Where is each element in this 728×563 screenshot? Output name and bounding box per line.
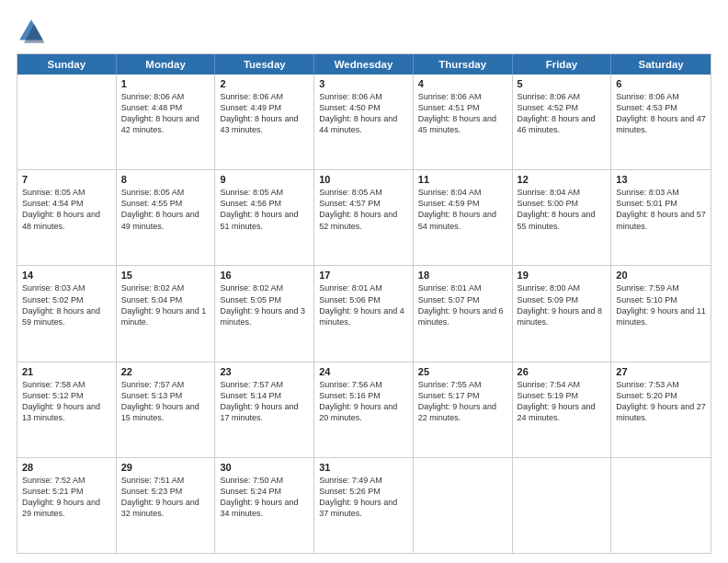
day-number: 11 xyxy=(418,174,507,185)
cell-details: Sunrise: 7:58 AM Sunset: 5:12 PM Dayligh… xyxy=(22,379,111,424)
calendar-row-3: 21Sunrise: 7:58 AM Sunset: 5:12 PM Dayli… xyxy=(17,362,711,458)
cell-details: Sunrise: 8:05 AM Sunset: 4:54 PM Dayligh… xyxy=(22,187,111,232)
header-day-thursday: Thursday xyxy=(414,54,513,75)
cell-details: Sunrise: 8:02 AM Sunset: 5:04 PM Dayligh… xyxy=(121,282,210,327)
cell-details: Sunrise: 7:54 AM Sunset: 5:19 PM Dayligh… xyxy=(518,379,607,424)
calendar-row-2: 14Sunrise: 8:03 AM Sunset: 5:02 PM Dayli… xyxy=(17,266,711,362)
cell-details: Sunrise: 8:00 AM Sunset: 5:09 PM Dayligh… xyxy=(518,282,607,327)
cell-details: Sunrise: 7:57 AM Sunset: 5:13 PM Dayligh… xyxy=(121,379,210,424)
calendar-body: 1Sunrise: 8:06 AM Sunset: 4:48 PM Daylig… xyxy=(17,75,711,553)
cal-cell-21: 21Sunrise: 7:58 AM Sunset: 5:12 PM Dayli… xyxy=(17,362,117,457)
day-number: 7 xyxy=(22,174,111,185)
day-number: 1 xyxy=(121,78,210,89)
day-number: 28 xyxy=(22,462,111,473)
cal-cell-14: 14Sunrise: 8:03 AM Sunset: 5:02 PM Dayli… xyxy=(17,266,117,361)
cal-cell-30: 30Sunrise: 7:50 AM Sunset: 5:24 PM Dayli… xyxy=(215,458,314,553)
cal-cell-28: 28Sunrise: 7:52 AM Sunset: 5:21 PM Dayli… xyxy=(17,458,117,553)
page: SundayMondayTuesdayWednesdayThursdayFrid… xyxy=(0,0,728,563)
cal-cell-3: 3Sunrise: 8:06 AM Sunset: 4:50 PM Daylig… xyxy=(314,75,414,169)
cell-details: Sunrise: 8:03 AM Sunset: 5:02 PM Dayligh… xyxy=(22,282,111,327)
cell-details: Sunrise: 8:01 AM Sunset: 5:06 PM Dayligh… xyxy=(319,282,408,327)
day-number: 2 xyxy=(220,78,309,89)
cell-details: Sunrise: 8:05 AM Sunset: 4:57 PM Dayligh… xyxy=(319,187,408,232)
logo-icon xyxy=(17,17,46,46)
header xyxy=(17,17,711,46)
cal-cell-5: 5Sunrise: 8:06 AM Sunset: 4:52 PM Daylig… xyxy=(513,75,612,169)
calendar: SundayMondayTuesdayWednesdayThursdayFrid… xyxy=(17,53,711,554)
day-number: 14 xyxy=(22,270,111,281)
cell-details: Sunrise: 8:03 AM Sunset: 5:01 PM Dayligh… xyxy=(616,187,706,232)
cal-cell-13: 13Sunrise: 8:03 AM Sunset: 5:01 PM Dayli… xyxy=(611,170,711,265)
day-number: 6 xyxy=(616,78,706,89)
day-number: 29 xyxy=(121,462,210,473)
cal-cell-15: 15Sunrise: 8:02 AM Sunset: 5:04 PM Dayli… xyxy=(117,266,216,361)
day-number: 4 xyxy=(418,78,507,89)
cal-cell-16: 16Sunrise: 8:02 AM Sunset: 5:05 PM Dayli… xyxy=(215,266,314,361)
cal-cell-31: 31Sunrise: 7:49 AM Sunset: 5:26 PM Dayli… xyxy=(314,458,414,553)
cal-cell-4: 4Sunrise: 8:06 AM Sunset: 4:51 PM Daylig… xyxy=(414,75,513,169)
header-day-sunday: Sunday xyxy=(17,54,117,75)
day-number: 21 xyxy=(22,366,111,377)
cal-cell-12: 12Sunrise: 8:04 AM Sunset: 5:00 PM Dayli… xyxy=(513,170,612,265)
cell-details: Sunrise: 7:55 AM Sunset: 5:17 PM Dayligh… xyxy=(418,379,507,424)
cal-cell-empty-4-6 xyxy=(611,458,711,553)
cell-details: Sunrise: 8:02 AM Sunset: 5:05 PM Dayligh… xyxy=(220,282,309,327)
cal-cell-empty-4-5 xyxy=(513,458,612,553)
cell-details: Sunrise: 8:05 AM Sunset: 4:55 PM Dayligh… xyxy=(121,187,210,232)
calendar-row-1: 7Sunrise: 8:05 AM Sunset: 4:54 PM Daylig… xyxy=(17,170,711,266)
header-day-wednesday: Wednesday xyxy=(314,54,414,75)
day-number: 15 xyxy=(121,270,210,281)
day-number: 18 xyxy=(418,270,507,281)
header-day-monday: Monday xyxy=(117,54,216,75)
cell-details: Sunrise: 8:04 AM Sunset: 5:00 PM Dayligh… xyxy=(518,187,607,232)
day-number: 31 xyxy=(319,462,408,473)
cal-cell-27: 27Sunrise: 7:53 AM Sunset: 5:20 PM Dayli… xyxy=(611,362,711,457)
cal-cell-8: 8Sunrise: 8:05 AM Sunset: 4:55 PM Daylig… xyxy=(117,170,216,265)
cal-cell-22: 22Sunrise: 7:57 AM Sunset: 5:13 PM Dayli… xyxy=(117,362,216,457)
day-number: 13 xyxy=(616,174,706,185)
cell-details: Sunrise: 8:06 AM Sunset: 4:52 PM Dayligh… xyxy=(518,91,607,136)
cell-details: Sunrise: 8:05 AM Sunset: 4:56 PM Dayligh… xyxy=(220,187,309,232)
cell-details: Sunrise: 7:49 AM Sunset: 5:26 PM Dayligh… xyxy=(319,475,408,520)
cell-details: Sunrise: 7:52 AM Sunset: 5:21 PM Dayligh… xyxy=(22,475,111,520)
day-number: 24 xyxy=(319,366,408,377)
cell-details: Sunrise: 7:50 AM Sunset: 5:24 PM Dayligh… xyxy=(220,475,309,520)
cell-details: Sunrise: 7:57 AM Sunset: 5:14 PM Dayligh… xyxy=(220,379,309,424)
cal-cell-7: 7Sunrise: 8:05 AM Sunset: 4:54 PM Daylig… xyxy=(17,170,117,265)
day-number: 22 xyxy=(121,366,210,377)
day-number: 26 xyxy=(518,366,607,377)
cal-cell-6: 6Sunrise: 8:06 AM Sunset: 4:53 PM Daylig… xyxy=(611,75,711,169)
cal-cell-18: 18Sunrise: 8:01 AM Sunset: 5:07 PM Dayli… xyxy=(414,266,513,361)
cal-cell-23: 23Sunrise: 7:57 AM Sunset: 5:14 PM Dayli… xyxy=(215,362,314,457)
logo xyxy=(17,17,50,46)
day-number: 25 xyxy=(418,366,507,377)
calendar-header: SundayMondayTuesdayWednesdayThursdayFrid… xyxy=(17,54,711,75)
cal-cell-26: 26Sunrise: 7:54 AM Sunset: 5:19 PM Dayli… xyxy=(513,362,612,457)
cal-cell-1: 1Sunrise: 8:06 AM Sunset: 4:48 PM Daylig… xyxy=(117,75,216,169)
day-number: 9 xyxy=(220,174,309,185)
cal-cell-10: 10Sunrise: 8:05 AM Sunset: 4:57 PM Dayli… xyxy=(314,170,414,265)
day-number: 27 xyxy=(616,366,706,377)
day-number: 3 xyxy=(319,78,408,89)
calendar-row-0: 1Sunrise: 8:06 AM Sunset: 4:48 PM Daylig… xyxy=(17,75,711,170)
cell-details: Sunrise: 7:59 AM Sunset: 5:10 PM Dayligh… xyxy=(616,282,706,327)
day-number: 17 xyxy=(319,270,408,281)
cell-details: Sunrise: 8:06 AM Sunset: 4:50 PM Dayligh… xyxy=(319,91,408,136)
day-number: 23 xyxy=(220,366,309,377)
cal-cell-9: 9Sunrise: 8:05 AM Sunset: 4:56 PM Daylig… xyxy=(215,170,314,265)
day-number: 20 xyxy=(616,270,706,281)
cell-details: Sunrise: 8:01 AM Sunset: 5:07 PM Dayligh… xyxy=(418,282,507,327)
cell-details: Sunrise: 8:06 AM Sunset: 4:48 PM Dayligh… xyxy=(121,91,210,136)
cell-details: Sunrise: 8:04 AM Sunset: 4:59 PM Dayligh… xyxy=(418,187,507,232)
cal-cell-29: 29Sunrise: 7:51 AM Sunset: 5:23 PM Dayli… xyxy=(117,458,216,553)
day-number: 16 xyxy=(220,270,309,281)
day-number: 8 xyxy=(121,174,210,185)
cal-cell-20: 20Sunrise: 7:59 AM Sunset: 5:10 PM Dayli… xyxy=(611,266,711,361)
cell-details: Sunrise: 8:06 AM Sunset: 4:53 PM Dayligh… xyxy=(616,91,706,136)
day-number: 5 xyxy=(518,78,607,89)
cal-cell-empty-0-0 xyxy=(17,75,117,169)
day-number: 30 xyxy=(220,462,309,473)
header-day-friday: Friday xyxy=(513,54,612,75)
cell-details: Sunrise: 8:06 AM Sunset: 4:51 PM Dayligh… xyxy=(418,91,507,136)
header-day-tuesday: Tuesday xyxy=(215,54,314,75)
